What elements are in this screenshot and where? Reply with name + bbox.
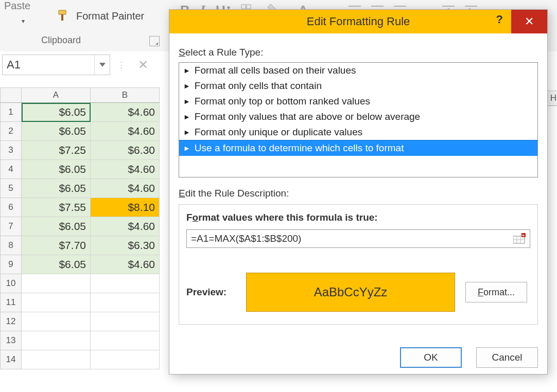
cell[interactable] [91, 293, 160, 312]
name-box[interactable]: A1 [2, 55, 110, 75]
formula-bar-divider: ⋮ [113, 55, 129, 75]
table-row: 13 [0, 331, 170, 350]
cell[interactable]: $6.05 [22, 122, 91, 141]
cell[interactable]: $6.05 [22, 217, 91, 236]
row-header[interactable]: 11 [0, 293, 22, 312]
rule-type-item[interactable]: ►Format all cells based on their values [179, 63, 537, 78]
rule-description-panel: Format values where this formula is true… [179, 204, 538, 325]
arrow-icon: ► [183, 128, 190, 136]
edit-formatting-rule-dialog: Edit Formatting Rule ? ✕ Select a Rule T… [169, 9, 548, 375]
arrow-icon: ► [183, 144, 190, 152]
arrow-icon: ► [183, 82, 190, 90]
select-all-corner[interactable] [0, 87, 22, 103]
cell[interactable]: $4.60 [91, 122, 160, 141]
select-rule-type-label: Select a Rule Type: [179, 47, 538, 58]
cell[interactable]: $6.05 [22, 255, 91, 274]
formula-input[interactable] [187, 233, 512, 244]
cell[interactable]: $4.60 [91, 103, 160, 122]
cell[interactable] [91, 312, 160, 331]
cell[interactable]: $6.05 [22, 179, 91, 198]
table-row: 9$6.05$4.60 [0, 255, 170, 274]
cell[interactable] [91, 274, 160, 293]
formula-input-wrap [186, 229, 530, 248]
cell[interactable] [22, 293, 91, 312]
cell[interactable]: $4.60 [91, 160, 160, 179]
cell[interactable]: $6.05 [22, 103, 91, 122]
paste-label: Paste [4, 0, 30, 12]
rule-type-list[interactable]: ►Format all cells based on their values►… [179, 62, 538, 177]
rule-type-item-label: Format all cells based on their values [195, 65, 356, 76]
cell[interactable] [91, 350, 160, 369]
row-header[interactable]: 2 [0, 122, 22, 141]
rule-type-item[interactable]: ►Format only cells that contain [179, 78, 537, 94]
cancel-edit-button[interactable]: ✕ [133, 55, 153, 75]
cell[interactable]: $6.30 [91, 141, 160, 160]
col-header-a[interactable]: A [22, 87, 91, 103]
svg-rect-2 [241, 5, 246, 9]
dialog-titlebar[interactable]: Edit Formatting Rule ? ✕ [169, 10, 547, 33]
format-button[interactable]: Format... [465, 282, 527, 302]
close-button[interactable]: ✕ [511, 10, 547, 33]
cell[interactable]: $7.70 [22, 236, 91, 255]
row-header[interactable]: 7 [0, 217, 22, 236]
row-header[interactable]: 14 [0, 350, 22, 369]
range-picker-icon[interactable] [512, 232, 528, 245]
worksheet-grid[interactable]: A B 1$6.05$4.602$6.05$4.603$7.25$6.304$6… [0, 87, 170, 369]
col-header-b[interactable]: B [91, 87, 160, 103]
rule-type-item[interactable]: ►Use a formula to determine which cells … [179, 140, 537, 156]
edit-description-label: Edit the Rule Description: [179, 188, 538, 199]
row-header[interactable]: 1 [0, 103, 22, 122]
cell[interactable] [22, 350, 91, 369]
name-box-value: A1 [3, 58, 94, 72]
cell[interactable]: $4.60 [91, 217, 160, 236]
cell[interactable]: $4.60 [91, 255, 160, 274]
name-box-dropdown[interactable] [94, 55, 110, 75]
arrow-icon: ► [183, 97, 190, 105]
table-row: 2$6.05$4.60 [0, 122, 170, 141]
row-header[interactable]: 3 [0, 141, 22, 160]
svg-marker-0 [59, 10, 66, 14]
row-header[interactable]: 10 [0, 274, 22, 293]
row-header[interactable]: 4 [0, 160, 22, 179]
svg-marker-23 [99, 63, 106, 67]
cell[interactable]: $8.10 [91, 198, 160, 217]
row-header[interactable]: 13 [0, 331, 22, 350]
row-header[interactable]: 8 [0, 236, 22, 255]
row-header[interactable]: 9 [0, 255, 22, 274]
table-row: 14 [0, 350, 170, 369]
table-row: 4$6.05$4.60 [0, 160, 170, 179]
cell[interactable]: $7.55 [22, 198, 91, 217]
ok-button[interactable]: OK [400, 347, 462, 368]
rule-type-item[interactable]: ►Format only unique or duplicate values [179, 124, 537, 140]
dialog-title: Edit Formatting Rule [307, 15, 410, 28]
arrow-icon: ► [183, 66, 190, 75]
format-painter-label: Format Painter [76, 10, 144, 22]
rule-type-item[interactable]: ►Format only top or bottom ranked values [179, 94, 537, 109]
cell[interactable] [22, 312, 91, 331]
row-header[interactable]: 12 [0, 312, 22, 331]
help-button[interactable]: ? [496, 13, 503, 26]
format-preview: AaBbCcYyZz [246, 273, 455, 312]
cell[interactable] [22, 274, 91, 293]
cell[interactable]: $4.60 [91, 179, 160, 198]
clipboard-dialog-launcher[interactable] [149, 36, 160, 46]
cell[interactable] [91, 331, 160, 350]
table-row: 3$7.25$6.30 [0, 141, 170, 160]
rule-type-item-label: Format only cells that contain [195, 80, 322, 92]
format-painter-button[interactable]: Format Painter [57, 9, 144, 23]
cell[interactable]: $6.30 [91, 236, 160, 255]
paste-dropdown[interactable]: ▾ [22, 17, 25, 25]
rule-type-item-label: Use a formula to determine which cells t… [195, 142, 404, 154]
paintbrush-icon [57, 9, 70, 23]
rule-type-item-label: Format only unique or duplicate values [195, 127, 362, 138]
cell[interactable] [22, 331, 91, 350]
rule-type-item[interactable]: ►Format only values that are above or be… [179, 109, 537, 124]
cell[interactable]: $6.05 [22, 160, 91, 179]
col-header-h[interactable]: H [547, 91, 557, 106]
row-header[interactable]: 5 [0, 179, 22, 198]
table-row: 5$6.05$4.60 [0, 179, 170, 198]
table-row: 8$7.70$6.30 [0, 236, 170, 255]
row-header[interactable]: 6 [0, 198, 22, 217]
cancel-button[interactable]: Cancel [476, 347, 538, 368]
cell[interactable]: $7.25 [22, 141, 91, 160]
